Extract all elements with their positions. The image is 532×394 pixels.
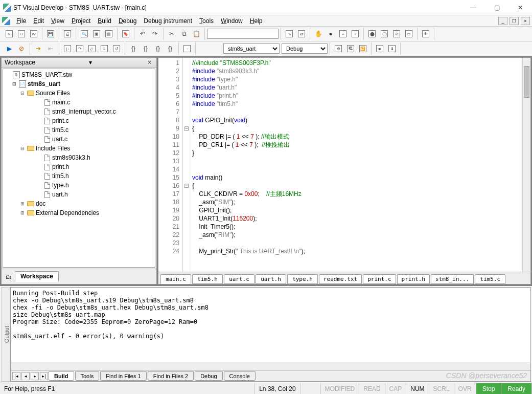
workspace-tab[interactable]: Workspace	[15, 271, 59, 282]
menu-view[interactable]: View	[48, 16, 67, 26]
output-tab[interactable]: Debug	[195, 371, 222, 381]
step-into-icon[interactable]: {↓	[62, 43, 73, 54]
expand-icon[interactable]: ⊟	[18, 146, 27, 151]
open-file-icon[interactable]: O	[16, 28, 27, 39]
bookmark-icon[interactable]: 🔖	[120, 28, 131, 39]
output-tab[interactable]: Tools	[75, 371, 100, 381]
hand-icon[interactable]: ✋	[313, 28, 324, 39]
download-icon[interactable]: ⬇	[386, 43, 398, 54]
bp-list-icon[interactable]: ≡	[337, 28, 349, 39]
braces-jump-icon[interactable]: {}	[165, 43, 176, 54]
editor-tab[interactable]: print.h	[397, 274, 430, 284]
workspace-close-icon[interactable]: ×	[146, 59, 153, 66]
tree-root[interactable]: STM8S_UART.stw	[21, 71, 72, 78]
tree-file[interactable]: uart.c	[3, 135, 155, 144]
menu-debug[interactable]: Debug	[115, 16, 140, 26]
compile-icon[interactable]: ⚙	[333, 43, 344, 54]
tree-folder-ext[interactable]: External Dependencies	[36, 209, 99, 216]
target-combo[interactable]: stm8s_uart	[223, 43, 280, 54]
expand-icon[interactable]: ⊟	[18, 91, 27, 96]
menu-edit[interactable]: Edit	[30, 16, 47, 26]
inspect-icon[interactable]: 👁	[420, 28, 431, 39]
search-combo[interactable]	[207, 29, 279, 39]
cut-icon[interactable]: ✂	[166, 28, 177, 39]
copy-icon[interactable]: ⧉	[178, 28, 190, 39]
stop-build-icon[interactable]: ■	[374, 43, 385, 54]
menu-tools[interactable]: Tools	[196, 16, 217, 26]
output-tab-last-icon[interactable]: ▸|	[40, 372, 48, 380]
output-tab[interactable]: Find in Files 2	[148, 371, 194, 381]
debug-start-icon[interactable]: ▶	[4, 43, 15, 54]
bp-window-icon[interactable]: ▭	[403, 28, 414, 39]
output-tab[interactable]: Build	[49, 371, 74, 381]
step-asm-icon[interactable]: ≡	[99, 43, 110, 54]
braces-sel2-icon[interactable]: {}	[152, 43, 164, 54]
toggle-bp-icon[interactable]: ⬤	[366, 28, 378, 39]
menu-file[interactable]: File	[13, 16, 29, 26]
mdi-minimize-button[interactable]: _	[498, 17, 507, 25]
expand-icon[interactable]: ⊞	[18, 210, 27, 215]
tree-file[interactable]: tim5.c	[3, 125, 155, 135]
code-editor[interactable]: //#include "STM8S003F3P.h"#include "stm8…	[190, 58, 522, 272]
tree-project[interactable]: stm8s_uart	[28, 80, 60, 87]
editor-tab[interactable]: uart.h	[256, 274, 286, 284]
expand-icon[interactable]: ⊞	[18, 201, 27, 206]
editor-tab[interactable]: print.c	[363, 274, 396, 284]
tree-file[interactable]: print.h	[3, 162, 155, 171]
editor-tab[interactable]: tim5.c	[475, 274, 505, 284]
output-view-icon[interactable]: ▤	[103, 28, 114, 39]
workspace-dropdown-icon[interactable]: ▾	[87, 59, 94, 66]
output-tab[interactable]: Console	[224, 371, 256, 381]
output-tab-first-icon[interactable]: |◂	[12, 372, 20, 380]
tree-folder-include[interactable]: Include Files	[36, 145, 70, 152]
editor-vscrollbar[interactable]	[522, 58, 530, 272]
undo-icon[interactable]: ↶	[137, 28, 148, 39]
run-back-icon[interactable]: ⇤	[45, 43, 56, 54]
editor-tab[interactable]: tim5.h	[192, 274, 223, 284]
editor-tab[interactable]: type.h	[287, 274, 318, 284]
print-icon[interactable]: 🖨	[62, 28, 73, 39]
goto-icon[interactable]: →	[181, 43, 193, 54]
find-next-icon[interactable]: ↘	[284, 28, 295, 39]
save-icon[interactable]: 💾	[45, 28, 56, 39]
build-icon[interactable]: 🏗	[345, 43, 356, 54]
tree-folder-source[interactable]: Source Files	[36, 90, 70, 97]
mdi-close-button[interactable]: ×	[521, 17, 530, 25]
output-tab-prev-icon[interactable]: ◂	[21, 372, 30, 380]
tree-folder-doc[interactable]: doc	[36, 200, 45, 207]
step-out-icon[interactable]: {↑	[86, 43, 98, 54]
minimize-button[interactable]: —	[461, 0, 485, 15]
editor-tab[interactable]: main.c	[160, 274, 191, 284]
disable-bp-icon[interactable]: ⊘	[391, 28, 402, 39]
config-combo[interactable]: Debug	[282, 43, 328, 54]
run-to-cursor-icon[interactable]: ➔	[33, 43, 44, 54]
mdi-restore-button[interactable]: ❐	[510, 17, 519, 25]
tree-file[interactable]: stm8s903k3.h	[3, 153, 155, 162]
editor-tab[interactable]: readme.txt	[319, 274, 362, 284]
menu-help[interactable]: Help	[247, 16, 266, 26]
close-button[interactable]: ✕	[508, 0, 532, 15]
tree-file[interactable]: main.c	[3, 98, 155, 107]
menu-build[interactable]: Build	[95, 16, 114, 26]
breakpoint-icon[interactable]: ●	[325, 28, 336, 39]
menu-project[interactable]: Project	[68, 16, 94, 26]
bp-cond-icon[interactable]: ?	[350, 28, 361, 39]
fold-column[interactable]: ⊟⊟	[183, 58, 190, 272]
output-text[interactable]: Running Post-Build step chex -o Debug\st…	[11, 288, 530, 362]
output-tab[interactable]: Find in Files 1	[100, 371, 146, 381]
maximize-button[interactable]: ▢	[485, 0, 508, 15]
workspace-view-icon[interactable]: ▣	[91, 28, 102, 39]
tree-file[interactable]: tim5.h	[3, 171, 155, 181]
open-workspace-icon[interactable]: W	[28, 28, 39, 39]
tree-file[interactable]: type.h	[3, 181, 155, 190]
menu-window[interactable]: Window	[218, 16, 246, 26]
menu-debug-instrument[interactable]: Debug instrument	[141, 16, 195, 26]
restart-icon[interactable]: ↺	[111, 43, 122, 54]
output-tab-next-icon[interactable]: ▸	[31, 372, 39, 380]
tree-file[interactable]: uart.h	[3, 190, 155, 199]
workspace-tree[interactable]: 🗎STM8S_UART.stw ⊟📄stm8s_uart ⊟Source Fil…	[3, 69, 155, 268]
find-in-files-icon[interactable]: 🗂	[296, 28, 307, 39]
redo-icon[interactable]: ↷	[149, 28, 160, 39]
tree-file[interactable]: print.c	[3, 116, 155, 125]
output-hscrollbar[interactable]	[11, 362, 530, 370]
